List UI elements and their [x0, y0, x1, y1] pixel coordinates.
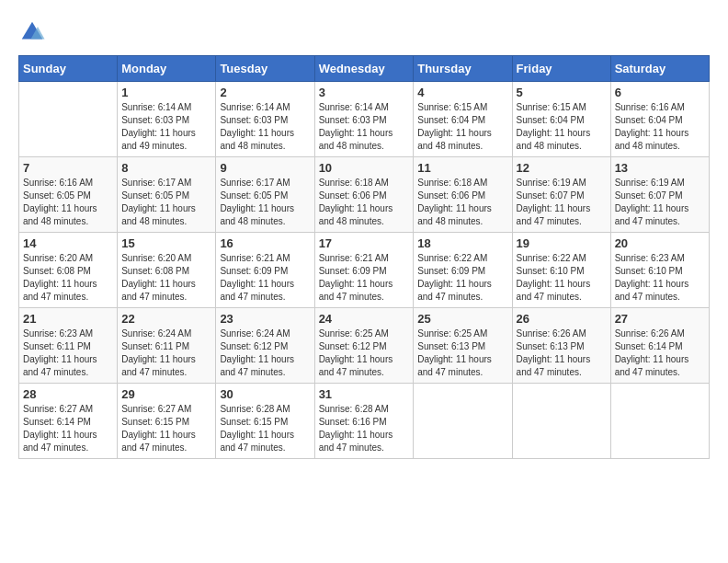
day-number: 20	[615, 236, 705, 250]
day-number: 27	[615, 312, 705, 326]
day-number: 8	[121, 161, 211, 175]
calendar-cell: 9Sunrise: 6:17 AM Sunset: 6:05 PM Daylig…	[216, 157, 314, 233]
day-number: 28	[23, 387, 113, 401]
day-info: Sunrise: 6:23 AM Sunset: 6:10 PM Dayligh…	[615, 252, 705, 304]
day-number: 25	[417, 312, 507, 326]
week-row-2: 7Sunrise: 6:16 AM Sunset: 6:05 PM Daylig…	[19, 157, 710, 233]
day-info: Sunrise: 6:28 AM Sunset: 6:15 PM Dayligh…	[220, 403, 310, 454]
day-number: 17	[319, 236, 410, 250]
day-info: Sunrise: 6:14 AM Sunset: 6:03 PM Dayligh…	[220, 101, 310, 153]
week-row-5: 28Sunrise: 6:27 AM Sunset: 6:14 PM Dayli…	[19, 384, 710, 459]
day-info: Sunrise: 6:16 AM Sunset: 6:04 PM Dayligh…	[615, 101, 705, 153]
week-row-4: 21Sunrise: 6:23 AM Sunset: 6:11 PM Dayli…	[19, 308, 710, 384]
day-info: Sunrise: 6:15 AM Sunset: 6:04 PM Dayligh…	[417, 101, 507, 153]
calendar-cell: 24Sunrise: 6:25 AM Sunset: 6:12 PM Dayli…	[314, 308, 414, 384]
calendar-cell: 4Sunrise: 6:15 AM Sunset: 6:04 PM Daylig…	[414, 82, 512, 157]
day-info: Sunrise: 6:21 AM Sunset: 6:09 PM Dayligh…	[319, 252, 410, 304]
calendar-cell: 19Sunrise: 6:22 AM Sunset: 6:10 PM Dayli…	[512, 233, 610, 308]
calendar-cell: 23Sunrise: 6:24 AM Sunset: 6:12 PM Dayli…	[216, 308, 314, 384]
header	[18, 18, 710, 46]
calendar-cell: 20Sunrise: 6:23 AM Sunset: 6:10 PM Dayli…	[610, 233, 709, 308]
calendar-cell: 8Sunrise: 6:17 AM Sunset: 6:05 PM Daylig…	[118, 157, 216, 233]
day-number: 13	[615, 161, 705, 175]
calendar-cell: 2Sunrise: 6:14 AM Sunset: 6:03 PM Daylig…	[216, 82, 314, 157]
day-info: Sunrise: 6:25 AM Sunset: 6:12 PM Dayligh…	[319, 327, 410, 379]
day-header-monday: Monday	[118, 56, 216, 82]
day-info: Sunrise: 6:15 AM Sunset: 6:04 PM Dayligh…	[517, 101, 607, 153]
calendar-cell: 3Sunrise: 6:14 AM Sunset: 6:03 PM Daylig…	[314, 82, 414, 157]
day-number: 5	[517, 86, 607, 99]
calendar-cell: 16Sunrise: 6:21 AM Sunset: 6:09 PM Dayli…	[216, 233, 314, 308]
day-number: 23	[220, 312, 310, 326]
calendar: SundayMondayTuesdayWednesdayThursdayFrid…	[18, 55, 710, 459]
calendar-cell: 15Sunrise: 6:20 AM Sunset: 6:08 PM Dayli…	[118, 233, 216, 308]
calendar-cell	[512, 384, 610, 459]
day-info: Sunrise: 6:27 AM Sunset: 6:15 PM Dayligh…	[121, 403, 211, 454]
day-info: Sunrise: 6:25 AM Sunset: 6:13 PM Dayligh…	[417, 327, 507, 379]
day-number: 19	[517, 236, 607, 250]
calendar-cell: 1Sunrise: 6:14 AM Sunset: 6:03 PM Daylig…	[118, 82, 216, 157]
logo	[18, 18, 48, 46]
day-info: Sunrise: 6:27 AM Sunset: 6:14 PM Dayligh…	[23, 403, 113, 454]
day-info: Sunrise: 6:22 AM Sunset: 6:10 PM Dayligh…	[517, 252, 607, 304]
day-info: Sunrise: 6:19 AM Sunset: 6:07 PM Dayligh…	[517, 177, 607, 228]
day-info: Sunrise: 6:16 AM Sunset: 6:05 PM Dayligh…	[23, 177, 113, 228]
day-number: 24	[319, 312, 410, 326]
calendar-cell: 11Sunrise: 6:18 AM Sunset: 6:06 PM Dayli…	[414, 157, 512, 233]
calendar-cell: 17Sunrise: 6:21 AM Sunset: 6:09 PM Dayli…	[314, 233, 414, 308]
day-info: Sunrise: 6:17 AM Sunset: 6:05 PM Dayligh…	[121, 177, 211, 228]
calendar-cell: 27Sunrise: 6:26 AM Sunset: 6:14 PM Dayli…	[610, 308, 709, 384]
day-number: 4	[417, 86, 507, 99]
calendar-cell: 22Sunrise: 6:24 AM Sunset: 6:11 PM Dayli…	[118, 308, 216, 384]
day-number: 14	[23, 236, 113, 250]
calendar-cell	[19, 82, 118, 157]
day-number: 30	[220, 387, 310, 401]
day-number: 18	[417, 236, 507, 250]
day-info: Sunrise: 6:17 AM Sunset: 6:05 PM Dayligh…	[220, 177, 310, 228]
day-info: Sunrise: 6:22 AM Sunset: 6:09 PM Dayligh…	[417, 252, 507, 304]
day-number: 9	[220, 161, 310, 175]
day-info: Sunrise: 6:26 AM Sunset: 6:14 PM Dayligh…	[615, 327, 705, 379]
day-number: 3	[319, 86, 410, 99]
week-row-3: 14Sunrise: 6:20 AM Sunset: 6:08 PM Dayli…	[19, 233, 710, 308]
day-header-saturday: Saturday	[610, 56, 709, 82]
day-number: 1	[121, 86, 211, 99]
calendar-cell: 31Sunrise: 6:28 AM Sunset: 6:16 PM Dayli…	[314, 384, 414, 459]
calendar-cell: 28Sunrise: 6:27 AM Sunset: 6:14 PM Dayli…	[19, 384, 118, 459]
day-info: Sunrise: 6:26 AM Sunset: 6:13 PM Dayligh…	[517, 327, 607, 379]
day-info: Sunrise: 6:18 AM Sunset: 6:06 PM Dayligh…	[417, 177, 507, 228]
calendar-cell: 29Sunrise: 6:27 AM Sunset: 6:15 PM Dayli…	[118, 384, 216, 459]
days-header-row: SundayMondayTuesdayWednesdayThursdayFrid…	[19, 56, 710, 82]
day-number: 21	[23, 312, 113, 326]
logo-icon	[18, 18, 46, 46]
day-info: Sunrise: 6:20 AM Sunset: 6:08 PM Dayligh…	[23, 252, 113, 304]
calendar-cell: 10Sunrise: 6:18 AM Sunset: 6:06 PM Dayli…	[314, 157, 414, 233]
day-info: Sunrise: 6:20 AM Sunset: 6:08 PM Dayligh…	[121, 252, 211, 304]
calendar-cell: 14Sunrise: 6:20 AM Sunset: 6:08 PM Dayli…	[19, 233, 118, 308]
day-number: 2	[220, 86, 310, 99]
day-number: 10	[319, 161, 410, 175]
calendar-cell: 21Sunrise: 6:23 AM Sunset: 6:11 PM Dayli…	[19, 308, 118, 384]
day-number: 12	[517, 161, 607, 175]
day-info: Sunrise: 6:28 AM Sunset: 6:16 PM Dayligh…	[319, 403, 410, 454]
day-number: 16	[220, 236, 310, 250]
day-header-friday: Friday	[512, 56, 610, 82]
day-number: 29	[121, 387, 211, 401]
day-info: Sunrise: 6:18 AM Sunset: 6:06 PM Dayligh…	[319, 177, 410, 228]
calendar-cell: 25Sunrise: 6:25 AM Sunset: 6:13 PM Dayli…	[414, 308, 512, 384]
calendar-cell: 12Sunrise: 6:19 AM Sunset: 6:07 PM Dayli…	[512, 157, 610, 233]
calendar-cell	[610, 384, 709, 459]
calendar-cell: 7Sunrise: 6:16 AM Sunset: 6:05 PM Daylig…	[19, 157, 118, 233]
day-header-wednesday: Wednesday	[314, 56, 414, 82]
calendar-cell: 26Sunrise: 6:26 AM Sunset: 6:13 PM Dayli…	[512, 308, 610, 384]
day-info: Sunrise: 6:23 AM Sunset: 6:11 PM Dayligh…	[23, 327, 113, 379]
day-info: Sunrise: 6:14 AM Sunset: 6:03 PM Dayligh…	[121, 101, 211, 153]
day-info: Sunrise: 6:19 AM Sunset: 6:07 PM Dayligh…	[615, 177, 705, 228]
day-number: 6	[615, 86, 705, 99]
calendar-cell: 6Sunrise: 6:16 AM Sunset: 6:04 PM Daylig…	[610, 82, 709, 157]
day-header-thursday: Thursday	[414, 56, 512, 82]
day-info: Sunrise: 6:14 AM Sunset: 6:03 PM Dayligh…	[319, 101, 410, 153]
week-row-1: 1Sunrise: 6:14 AM Sunset: 6:03 PM Daylig…	[19, 82, 710, 157]
day-header-sunday: Sunday	[19, 56, 118, 82]
day-number: 31	[319, 387, 410, 401]
